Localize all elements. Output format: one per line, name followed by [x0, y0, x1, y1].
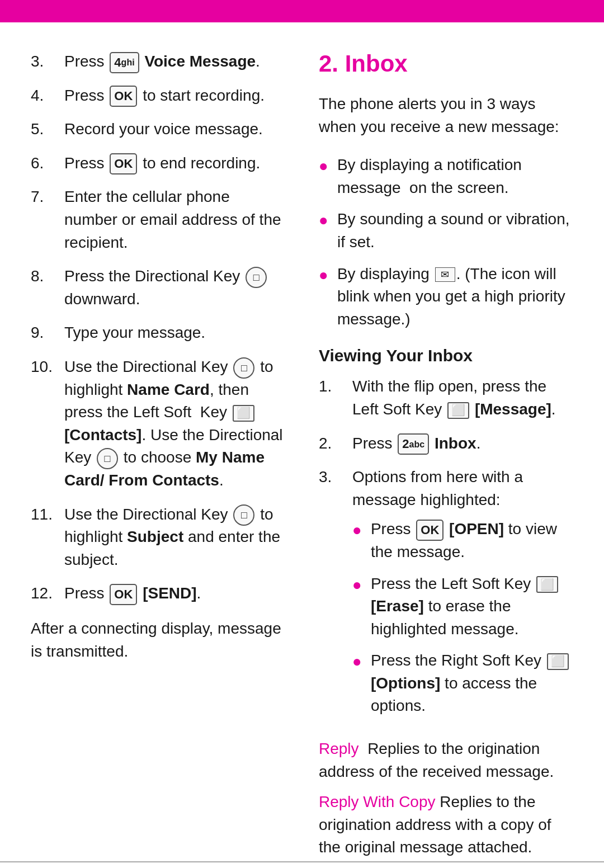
viewing-inbox-title: Viewing Your Inbox	[319, 346, 573, 365]
list-item: 5. Record your voice message.	[31, 118, 285, 141]
list-item: 8. Press the Directional Key □ downward.	[31, 265, 285, 310]
reply-with-copy-item: Reply With Copy Replies to the originati…	[319, 791, 573, 859]
directional-key-icon: □	[233, 504, 254, 526]
key-4ghi-icon: 4ghi	[110, 52, 139, 73]
left-column: 3. Press 4ghi Voice Message. 4. Press OK…	[31, 50, 285, 867]
bullet-item: ● By displaying ✉. (The icon will blink …	[319, 263, 573, 331]
section-title: 2. Inbox	[319, 50, 573, 77]
list-item: 2. Press 2abc Inbox.	[319, 432, 573, 455]
bullet-dot: ●	[352, 650, 362, 673]
bullet-dot: ●	[319, 264, 328, 287]
bullet-dot: ●	[352, 519, 362, 542]
list-item: 1. With the flip open, press the Left So…	[319, 375, 573, 421]
reply-with-copy-label: Reply With Copy	[319, 793, 436, 810]
key-ok-icon: OK	[110, 584, 137, 605]
top-bar	[0, 0, 604, 22]
list-item: 12. Press OK [SEND].	[31, 582, 285, 605]
intro-bullets: ● By displaying a notification message o…	[319, 154, 573, 331]
bullet-dot: ●	[319, 209, 328, 232]
list-item: 9. Type your message.	[31, 322, 285, 345]
list-item: 3. Options from here with a message high…	[319, 466, 573, 727]
list-item: 4. Press OK to start recording.	[31, 84, 285, 107]
envelope-icon: ✉	[435, 267, 455, 282]
right-soft-key-icon: ⬜	[547, 653, 569, 670]
reply-item: Reply Replies to the origination address…	[319, 738, 573, 783]
bullet-dot: ●	[352, 574, 362, 597]
list-item: 10. Use the Directional Key □ to highlig…	[31, 356, 285, 492]
viewing-steps: 1. With the flip open, press the Left So…	[319, 375, 573, 727]
reply-label: Reply	[319, 740, 359, 757]
directional-key-icon: □	[97, 448, 118, 469]
options-list: ● Press OK [OPEN] to view the message. ●…	[352, 518, 573, 718]
list-item: 6. Press OK to end recording.	[31, 152, 285, 175]
key-ok-icon: OK	[110, 153, 137, 174]
key-ok-icon: OK	[110, 86, 137, 107]
key-ok-icon: OK	[416, 520, 443, 541]
directional-key-icon: □	[233, 357, 254, 379]
bullet-dot: ●	[319, 155, 328, 178]
bullet-item: ● By displaying a notification message o…	[319, 154, 573, 199]
list-item: 3. Press 4ghi Voice Message.	[31, 50, 285, 73]
key-2abc-icon: 2abc	[398, 433, 429, 455]
footer: VX8360 47	[0, 861, 604, 868]
list-item: 7. Enter the cellular phone number or em…	[31, 186, 285, 254]
intro-text: The phone alerts you in 3 ways when you …	[319, 93, 573, 138]
option-item: ● Press the Right Soft Key ⬜ [Options] t…	[352, 649, 573, 718]
list-item: 11. Use the Directional Key □ to highlig…	[31, 503, 285, 572]
left-soft-key-icon: ⬜	[447, 402, 469, 419]
right-column: 2. Inbox The phone alerts you in 3 ways …	[319, 50, 573, 867]
option-item: ● Press OK [OPEN] to view the message.	[352, 518, 573, 563]
directional-key-icon: □	[246, 267, 267, 288]
bullet-item: ● By sounding a sound or vibration, if s…	[319, 208, 573, 253]
left-soft-key-icon: ⬜	[536, 576, 558, 593]
left-soft-key-icon: ⬜	[233, 405, 254, 422]
option-item: ● Press the Left Soft Key ⬜ [Erase] to e…	[352, 573, 573, 641]
after-send-text: After a connecting display, message is t…	[31, 617, 285, 663]
